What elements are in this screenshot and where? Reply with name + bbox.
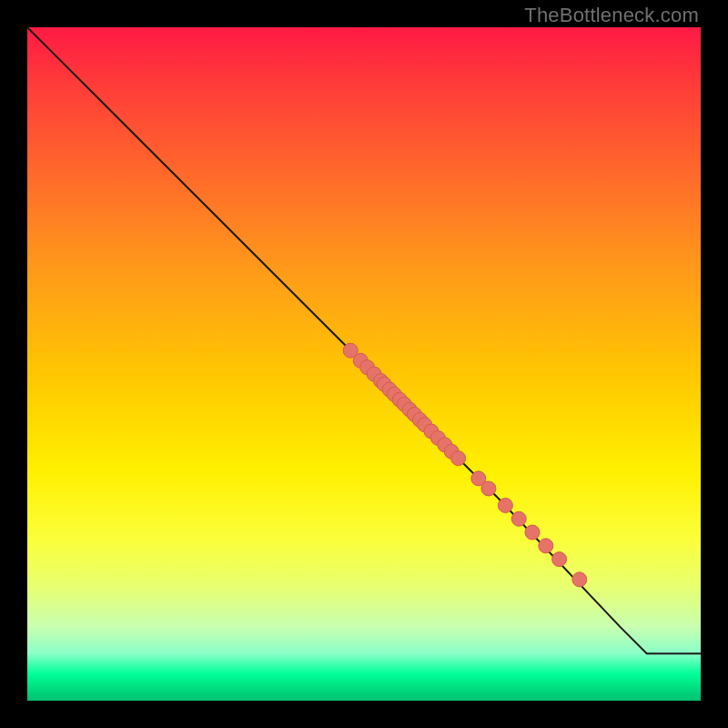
data-point	[552, 552, 567, 567]
chart-svg	[27, 27, 701, 701]
data-point	[511, 511, 526, 526]
chart-stage: TheBottleneck.com	[0, 0, 728, 728]
data-point	[572, 572, 587, 587]
watermark-label: TheBottleneck.com	[524, 4, 699, 27]
curve-line	[27, 27, 701, 653]
plot-area	[27, 27, 701, 701]
data-point	[451, 451, 466, 466]
data-point	[525, 525, 540, 540]
data-point	[498, 498, 512, 512]
data-point	[481, 481, 496, 496]
data-point	[539, 539, 553, 553]
